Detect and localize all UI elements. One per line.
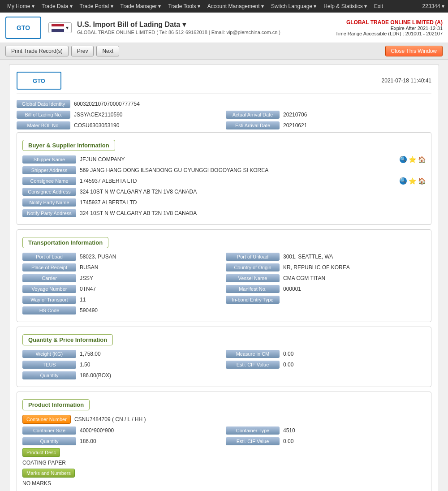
way-of-transport-col: Way of Transport 11 bbox=[22, 296, 222, 304]
hs-code-row: HS Code 590490 bbox=[22, 306, 426, 314]
vessel-name-label: Vessel Name bbox=[226, 274, 280, 282]
manifest-no-label: Manifest No. bbox=[226, 285, 280, 293]
qty-quantity-row: Quantity 186.00(BOX) bbox=[22, 371, 426, 379]
consignee-home-icon[interactable]: 🏠 bbox=[418, 177, 426, 185]
container-type-col: Container Type 4510 bbox=[226, 426, 426, 435]
voyage-number-value: 0TN47 bbox=[80, 286, 222, 292]
header-right: GLOBAL TRADE ONLINE LIMITED (A) Expire A… bbox=[336, 19, 443, 36]
top-toolbar: Print Trade Record(s) Prev Next Close Th… bbox=[0, 43, 448, 60]
flag-dropdown-arrow[interactable]: ▾ bbox=[66, 25, 69, 31]
mater-bol-esti-row: Mater BOL No. COSU6303053190 Esti Arriva… bbox=[17, 121, 431, 129]
notify-party-address-value: 324 10ST N W CALGARY AB T2N 1V8 CANADA bbox=[80, 210, 426, 216]
carrier-label: Carrier bbox=[22, 274, 76, 282]
way-of-transport-value: 11 bbox=[80, 297, 222, 303]
container-size-value: 4000*900*900 bbox=[80, 427, 222, 434]
port-of-unload-col: Port of Unload 3001, SEATTLE, WA bbox=[226, 253, 426, 261]
shipper-star-icon[interactable]: ⭐ bbox=[409, 156, 416, 163]
nav-help-statistics[interactable]: Help & Statistics ▾ bbox=[320, 3, 370, 9]
place-of-receipt-label: Place of Receipt bbox=[22, 263, 76, 271]
bol-no-value: JSSYACEX2110590 bbox=[74, 112, 222, 118]
prod-quantity-col: Quantity 186.00 bbox=[22, 437, 222, 445]
card-logo: GTO bbox=[17, 72, 61, 90]
container-size-label: Container Size bbox=[22, 426, 76, 435]
nav-my-home[interactable]: My Home ▾ bbox=[4, 3, 38, 9]
product-desc-row: Product Desc bbox=[22, 448, 426, 457]
teus-cif-row: TEUS 1.50 Esti. CIF Value 0.00 bbox=[22, 361, 426, 369]
hs-code-label: HS Code bbox=[22, 306, 76, 314]
notify-party-name-value: 1745937 ALBERTA LTD bbox=[80, 199, 426, 206]
manifest-no-value: 000001 bbox=[283, 286, 426, 292]
container-type-value: 4510 bbox=[283, 427, 426, 434]
mater-bol-value: COSU6303053190 bbox=[74, 122, 222, 129]
nav-switch-language[interactable]: Switch Language ▾ bbox=[267, 3, 320, 9]
global-data-identity-row: Global Data Identity 6003202107070000777… bbox=[17, 100, 431, 108]
prod-esti-cif-col: Esti. CIF Value 0.00 bbox=[226, 437, 426, 445]
logo-area: GTO bbox=[5, 17, 41, 39]
close-button-top[interactable]: Close This Window bbox=[385, 46, 443, 56]
vessel-name-col: Vessel Name CMA CGM TITAN bbox=[226, 274, 426, 282]
container-number-row: Container Number CSNU7484709 ( CN / L / … bbox=[22, 415, 426, 424]
shipper-address-value: 569 JANG HANG DONG ILSANDONG GU GYUNGGI … bbox=[80, 167, 426, 173]
nav-exit[interactable]: Exit bbox=[370, 3, 387, 9]
weight-kg-col: Weight (KG) 1,758.00 bbox=[22, 350, 222, 358]
page-title[interactable]: U.S. Import Bill of Lading Data ▾ bbox=[77, 20, 336, 29]
nav-trade-manager[interactable]: Trade Manager ▾ bbox=[117, 3, 165, 9]
user-id[interactable]: 223344 ▾ bbox=[422, 3, 444, 9]
flag-selector[interactable]: ▾ bbox=[48, 22, 72, 33]
port-of-unload-label: Port of Unload bbox=[226, 253, 280, 261]
company-logo: GTO bbox=[5, 17, 41, 39]
notify-party-name-label: Notify Party Name bbox=[22, 198, 76, 207]
consignee-address-row: Consignee Address 324 10ST N W CALGARY A… bbox=[22, 188, 426, 196]
nav-trade-tools[interactable]: Trade Tools ▾ bbox=[164, 3, 203, 9]
measure-cm-col: Measure in CM 0.00 bbox=[226, 350, 426, 358]
actual-arrival-label: Actual Arrival Date bbox=[226, 111, 280, 119]
print-button-top[interactable]: Print Trade Record(s) bbox=[5, 46, 69, 56]
consignee-address-value: 324 10ST N W CALGARY AB T2N 1V8 CANADA bbox=[80, 189, 426, 195]
global-data-identity-label: Global Data Identity bbox=[17, 100, 70, 108]
ldr-info: Time Range Accessible (LDR) : 201001 - 2… bbox=[336, 31, 443, 36]
marks-numbers-button[interactable]: Marks and Numbers bbox=[22, 469, 75, 478]
shipper-icons: 🔍 ⭐ 🏠 bbox=[400, 156, 426, 163]
weight-kg-label: Weight (KG) bbox=[22, 350, 76, 358]
place-of-receipt-value: BUSAN bbox=[80, 264, 222, 271]
nav-account-management[interactable]: Account Management ▾ bbox=[204, 3, 267, 9]
esti-arrival-label: Esti Arrival Date bbox=[226, 121, 280, 129]
shipper-search-icon[interactable]: 🔍 bbox=[400, 156, 407, 163]
card-datetime: 2021-07-18 11:40:41 bbox=[382, 78, 431, 84]
shipper-home-icon[interactable]: 🏠 bbox=[418, 156, 426, 163]
product-desc-button[interactable]: Product Desc bbox=[22, 448, 60, 457]
nav-trade-data[interactable]: Trade Data ▾ bbox=[38, 3, 76, 9]
mater-bol-col: Mater BOL No. COSU6303053190 bbox=[17, 121, 222, 129]
voyage-number-label: Voyage Number bbox=[22, 285, 76, 293]
country-of-origin-col: Country of Origin KR, REPUBLIC OF KOREA bbox=[226, 263, 426, 271]
port-of-load-col: Port of Load 58023, PUSAN bbox=[22, 253, 222, 261]
way-of-transport-label: Way of Transport bbox=[22, 296, 76, 304]
shipper-address-row: Shipper Address 569 JANG HANG DONG ILSAN… bbox=[22, 166, 426, 174]
prod-qty-cif-row: Quantity 186.00 Esti. CIF Value 0.00 bbox=[22, 437, 426, 445]
main-content: GTO 2021-07-18 11:40:41 Global Data Iden… bbox=[0, 60, 448, 491]
ports-row: Port of Load 58023, PUSAN Port of Unload… bbox=[22, 253, 426, 261]
country-of-origin-label: Country of Origin bbox=[226, 263, 280, 271]
container-number-button[interactable]: Container Number bbox=[22, 415, 71, 424]
consignee-search-icon[interactable]: 🔍 bbox=[400, 177, 407, 185]
prod-quantity-label: Quantity bbox=[22, 437, 76, 445]
carrier-col: Carrier JSSY bbox=[22, 274, 222, 282]
hs-code-value: 590490 bbox=[80, 307, 426, 314]
in-bond-entry-label: In-bond Entry Type bbox=[226, 296, 280, 304]
marks-numbers-value: NO MARKS bbox=[22, 480, 426, 487]
next-button-top[interactable]: Next bbox=[96, 46, 119, 56]
consignee-address-label: Consignee Address bbox=[22, 188, 76, 196]
card-header: GTO 2021-07-18 11:40:41 bbox=[17, 72, 431, 94]
qty-quantity-value: 186.00(BOX) bbox=[80, 372, 426, 379]
header-subtitle: GLOBAL TRADE ONLINE LIMITED ( Tel: 86-51… bbox=[77, 30, 336, 35]
prev-button-top[interactable]: Prev bbox=[71, 46, 94, 56]
container-size-col: Container Size 4000*900*900 bbox=[22, 426, 222, 435]
manifest-no-col: Manifest No. 000001 bbox=[226, 285, 426, 293]
buyer-supplier-section: Buyer & Supplier Information Shipper Nam… bbox=[17, 132, 431, 225]
shipper-name-row: Shipper Name JEJUN COMPANY 🔍 ⭐ 🏠 bbox=[22, 155, 426, 164]
actual-arrival-col: Actual Arrival Date 20210706 bbox=[226, 111, 431, 119]
flag-icon bbox=[52, 24, 64, 32]
teus-col: TEUS 1.50 bbox=[22, 361, 222, 369]
nav-trade-portal[interactable]: Trade Portal ▾ bbox=[76, 3, 117, 9]
consignee-star-icon[interactable]: ⭐ bbox=[409, 177, 416, 185]
